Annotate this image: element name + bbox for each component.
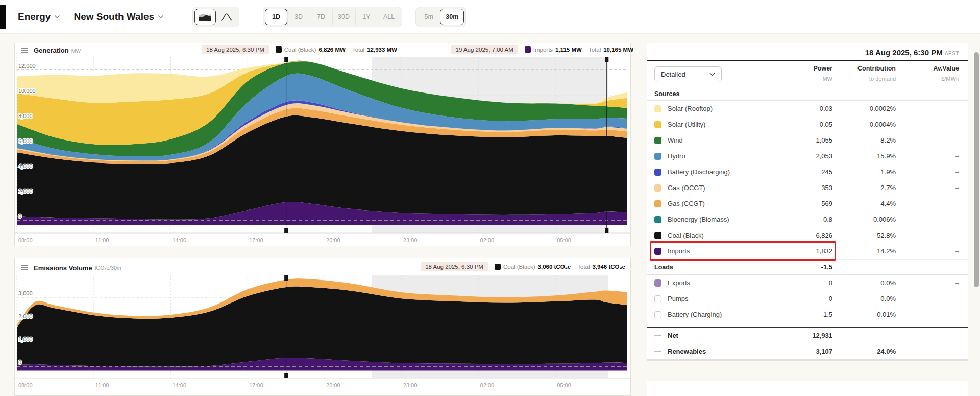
series-swatch <box>654 351 662 352</box>
row-label: Imports <box>668 247 690 255</box>
load-row[interactable]: Battery (Charging)-1.5-0.01%– <box>647 307 968 322</box>
row-power: 2,053 <box>781 152 832 160</box>
x-axis-label: 17:00 <box>249 382 263 388</box>
drag-handle-icon[interactable] <box>21 267 28 268</box>
row-power: 569 <box>781 200 832 207</box>
load-row[interactable]: Pumps00.0%– <box>647 291 968 307</box>
column-header-avvalue: Av.Value$/MWh <box>896 65 959 83</box>
load-row[interactable]: Exports00.0%– <box>647 275 968 291</box>
x-axis-label: 23:00 <box>403 237 418 243</box>
series-swatch <box>654 137 662 144</box>
row-power: 12,931 <box>781 332 832 339</box>
interval-button-5m[interactable]: 5m <box>418 9 440 25</box>
y-axis-label: 0 <box>18 213 21 219</box>
row-power: 0 <box>781 279 832 287</box>
tooltip-series-value: 6,826 MW <box>318 46 345 53</box>
row-contribution: 24.0% <box>832 347 896 355</box>
row-contribution: 15.9% <box>832 152 896 160</box>
chevron-down-icon <box>709 73 715 76</box>
generation-chart[interactable]: 02,0004,0006,0008,00010,00012,00008:0011… <box>15 55 630 245</box>
x-axis-label: 14:00 <box>173 382 187 388</box>
row-power: -0.8 <box>781 216 832 223</box>
source-row[interactable]: Gas (OCGT)3532.7%– <box>647 180 968 196</box>
cursor-handle-top[interactable] <box>284 57 288 62</box>
cursor-handle-bottom[interactable] <box>284 373 288 378</box>
range-button-3d[interactable]: 3D <box>287 9 310 25</box>
source-row[interactable]: Coal (Black)6,82652.8%– <box>647 227 968 243</box>
panel-datetime-value: 18 Aug 2025, 6:30 PM <box>865 48 943 57</box>
range-button-1y[interactable]: 1Y <box>355 9 378 25</box>
chevron-down-icon <box>158 15 164 19</box>
cursor-handle-bottom[interactable] <box>605 228 608 233</box>
series-swatch <box>495 264 501 270</box>
cursor-handle-bottom[interactable] <box>284 228 288 233</box>
view-select-value: Detailed <box>661 71 685 78</box>
row-av-value: – <box>896 121 959 128</box>
y-axis-label: 4,000 <box>18 163 33 169</box>
interval-group: 5m30m <box>415 7 466 27</box>
x-axis-label: 20:00 <box>326 237 340 243</box>
interval-button-30m[interactable]: 30m <box>440 9 464 25</box>
y-axis-label: 10,000 <box>18 88 36 94</box>
chart-tooltip: 19 Aug 2025, 7:00 AM Imports 1,115 MW To… <box>451 45 633 54</box>
y-axis-label: 1,000 <box>18 336 33 342</box>
panel-controls: Detailed PowerMW Contributionto demand A… <box>647 61 968 87</box>
source-row[interactable]: Wind1,0558.2%– <box>647 132 968 148</box>
logo-bar[interactable] <box>0 5 6 29</box>
summary-row[interactable]: Renewables3,10724.0% <box>647 343 968 359</box>
row-label: Bioenergy (Biomass) <box>668 216 729 223</box>
source-row[interactable]: Gas (CCGT)5694.4%– <box>647 196 968 212</box>
row-av-value: – <box>896 105 959 112</box>
sources-group-label: Sources <box>647 87 968 101</box>
series-swatch <box>654 121 662 128</box>
row-power: -1.5 <box>781 311 832 318</box>
source-row[interactable]: Imports1,83214.2%– <box>647 243 968 259</box>
emissions-card-header: Emissions Volume tCO₂e/30m 18 Aug 2025, … <box>15 258 630 273</box>
scrollbar-thumb[interactable] <box>974 52 979 287</box>
drag-handle-icon[interactable] <box>21 50 28 51</box>
row-av-value: – <box>896 216 959 223</box>
source-row[interactable]: Battery (Discharging)2451.9%– <box>647 164 968 180</box>
x-axis-label: 17:00 <box>249 237 263 243</box>
series-swatch <box>654 200 662 207</box>
region-menu[interactable]: New South Wales <box>74 11 164 22</box>
row-av-value: – <box>896 231 959 239</box>
emissions-chart[interactable]: 01,0002,0003,00008:0011:0014:0017:0020:0… <box>15 273 630 396</box>
loads-group-label: Loads <box>654 264 781 271</box>
series-swatch <box>654 311 662 318</box>
source-row[interactable]: Solar (Rooftop)0.030.0002%– <box>647 101 968 117</box>
y-axis-label: 3,000 <box>18 290 33 296</box>
tooltip-series: Coal (Black) 3,060 tCO₂e <box>495 264 571 270</box>
cursor-handle-top[interactable] <box>284 275 288 281</box>
view-select[interactable]: Detailed <box>654 66 722 82</box>
tooltip-series-name: Coal (Black) <box>503 264 535 270</box>
row-contribution: 52.8% <box>832 231 896 239</box>
summary-row[interactable]: Net12,931 <box>647 328 968 343</box>
source-row[interactable]: Hydro2,05315.9%– <box>647 148 968 164</box>
tooltip-date-badge: 19 Aug 2025, 7:00 AM <box>451 45 518 54</box>
emissions-title: Emissions Volume <box>34 264 92 272</box>
series-swatch <box>654 153 662 160</box>
scrollbar-track[interactable] <box>973 34 980 396</box>
source-row[interactable]: Bioenergy (Biomass)-0.8-0.006%– <box>647 212 968 227</box>
range-button-7d[interactable]: 7D <box>310 9 332 25</box>
energy-menu[interactable]: Energy <box>18 11 60 22</box>
series-swatch <box>654 295 662 302</box>
range-button-all[interactable]: ALL <box>378 9 400 25</box>
row-power: 0 <box>781 295 832 302</box>
source-row[interactable]: Solar (Utility)0.050.0004%– <box>647 117 968 132</box>
range-button-30d[interactable]: 30D <box>332 9 355 25</box>
row-label: Solar (Utility) <box>668 121 705 128</box>
chart-style-area-button[interactable] <box>194 9 216 25</box>
cursor-handle-top[interactable] <box>605 57 608 62</box>
x-axis-label: 08:00 <box>18 237 33 243</box>
chart-style-line-button[interactable] <box>216 9 237 25</box>
x-axis-label: 14:00 <box>173 237 187 243</box>
column-header-contribution: Contributionto demand <box>832 65 896 83</box>
generation-card-header: Generation MW 18 Aug 2025, 6:30 PM Coal … <box>15 43 630 55</box>
summary-rows: Net12,931Renewables3,10724.0% <box>647 327 968 360</box>
range-button-1d[interactable]: 1D <box>265 9 287 25</box>
row-power: 6,826 <box>781 231 832 239</box>
energy-menu-label: Energy <box>18 11 51 22</box>
y-axis-label: 2,000 <box>18 188 33 194</box>
